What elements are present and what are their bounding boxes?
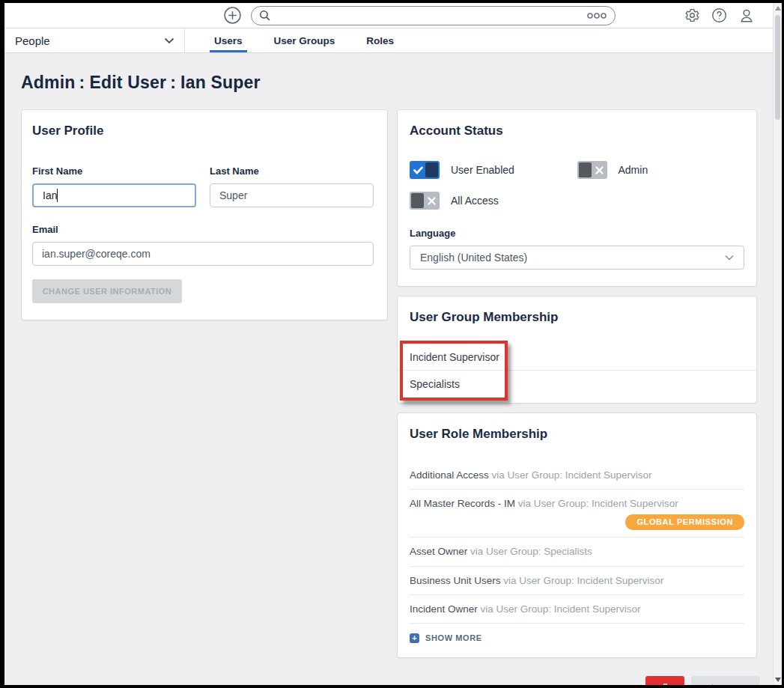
last-name-field: Last Name (210, 165, 374, 207)
global-permission-badge: GLOBAL PERMISSION (625, 514, 744, 530)
role-via: via User Group: Incident Supervisor (503, 575, 663, 586)
plus-square-icon: + (410, 633, 419, 643)
language-field: Language English (United States) (410, 228, 744, 270)
email-field: Email (32, 224, 374, 266)
admin-label: Admin (619, 164, 648, 176)
show-more-label: SHOW MORE (425, 633, 482, 642)
content-columns: User Profile First Name Last Name (21, 109, 760, 658)
page-content: Admin:Edit User:Ian Super User Profile F… (4, 53, 782, 685)
done-button-label: DONE (720, 684, 748, 685)
toggle-grid: User Enabled Admin (410, 161, 744, 210)
title-separator: : (170, 73, 176, 92)
user-group-membership-heading: User Group Membership (410, 310, 756, 325)
user-profile-card: User Profile First Name Last Name (21, 109, 388, 320)
vertical-scrollbar[interactable] (773, 3, 782, 685)
role-name: Business Unit Users (410, 575, 501, 586)
table-row: Asset Owner via User Group: Specialists (410, 538, 744, 566)
help-icon[interactable] (711, 7, 727, 23)
all-access-toggle[interactable] (410, 192, 440, 210)
role-via: via User Group: Incident Supervisor (518, 498, 678, 509)
chevron-down-icon (164, 37, 174, 44)
email-label: Email (32, 224, 374, 235)
tab-bar: Users User Groups Roles (185, 28, 410, 52)
role-via: via User Group: Specialists (470, 546, 592, 557)
search-bar[interactable] (251, 6, 616, 25)
user-role-list: Additional Access via User Group: Incide… (410, 461, 744, 645)
change-user-information-button[interactable]: CHANGE USER INFORMATION (32, 279, 182, 303)
trash-icon (660, 683, 671, 685)
page-title-user: Ian Super (180, 73, 261, 92)
text-cursor (57, 189, 58, 202)
scrollbar-thumb[interactable] (775, 15, 780, 120)
search-input[interactable] (271, 9, 586, 22)
first-name-field: First Name (32, 165, 196, 207)
table-row: Incident Owner via User Group: Incident … (410, 595, 744, 624)
toggle-knob (425, 162, 438, 177)
table-row: Business Unit Users via User Group: Inci… (410, 567, 744, 595)
admin-row: Admin (577, 161, 745, 179)
account-status-card: Account Status User En (397, 109, 757, 287)
check-icon (413, 161, 423, 179)
list-item[interactable]: Incident Supervisor (398, 344, 756, 371)
admin-toggle[interactable] (577, 161, 607, 179)
delete-user-button[interactable] (645, 676, 684, 685)
scroll-up-arrow-icon[interactable] (775, 6, 781, 10)
user-enabled-toggle[interactable] (410, 161, 440, 179)
x-icon (595, 161, 604, 179)
language-select[interactable]: English (United States) (410, 246, 744, 270)
search-icon (258, 9, 271, 22)
user-group-membership-card: User Group Membership Incident Superviso… (397, 296, 757, 404)
settings-gear-icon[interactable] (684, 7, 700, 23)
chevron-down-icon (725, 255, 734, 261)
role-name: All Master Records - IM (410, 498, 515, 509)
language-selected-value: English (United States) (420, 252, 527, 264)
first-name-input-wrap (32, 183, 196, 207)
user-profile-heading: User Profile (32, 124, 374, 138)
tab-users[interactable]: Users (198, 28, 258, 52)
role-via: via User Group: Incident Supervisor (492, 469, 652, 481)
last-name-input[interactable] (210, 183, 374, 207)
user-enabled-label: User Enabled (451, 164, 514, 176)
user-group-list: Incident Supervisor Specialists (398, 344, 756, 397)
user-role-membership-heading: User Role Membership (410, 427, 744, 442)
language-label: Language (410, 228, 744, 239)
last-name-label: Last Name (210, 165, 374, 177)
footer-actions: DONE (21, 676, 760, 685)
badge-row: GLOBAL PERMISSION (410, 514, 744, 530)
user-role-membership-card: User Role Membership Additional Access v… (397, 413, 757, 658)
module-nav: People Users User Groups Roles (4, 28, 782, 53)
tab-user-groups[interactable]: User Groups (258, 28, 351, 52)
toggle-knob (579, 162, 592, 177)
table-row: Additional Access via User Group: Incide… (410, 461, 744, 490)
app-window: People Users User Groups Roles Admin:Edi… (0, 0, 784, 688)
role-name: Asset Owner (410, 546, 467, 557)
done-button[interactable]: DONE (691, 676, 760, 685)
module-selector-label: People (15, 34, 50, 47)
show-more-button[interactable]: + SHOW MORE (410, 624, 744, 645)
all-access-row: All Access (410, 192, 577, 210)
role-name: Additional Access (410, 469, 489, 481)
more-options-icon[interactable] (586, 12, 607, 19)
role-via: via User Group: Incident Supervisor (481, 603, 641, 615)
account-status-heading: Account Status (410, 124, 744, 138)
x-icon (428, 192, 436, 210)
add-icon[interactable] (223, 6, 242, 25)
module-selector[interactable]: People (4, 28, 185, 52)
user-account-icon[interactable] (738, 7, 755, 24)
right-column: Account Status User En (397, 109, 757, 658)
topbar (4, 3, 782, 28)
tab-roles[interactable]: Roles (350, 28, 410, 52)
scroll-down-arrow-icon[interactable] (775, 678, 781, 682)
topbar-actions (684, 7, 755, 24)
name-fields-row: First Name Last Name (32, 165, 374, 207)
email-input[interactable] (32, 242, 374, 266)
page-title: Admin:Edit User:Ian Super (21, 73, 760, 93)
user-enabled-row: User Enabled (410, 161, 577, 179)
role-name: Incident Owner (410, 603, 478, 615)
page-title-action: Edit User (89, 73, 166, 92)
list-item[interactable]: Specialists (398, 371, 756, 397)
check-icon (704, 684, 714, 685)
title-separator: : (79, 73, 85, 92)
page-title-section: Admin (21, 73, 76, 92)
toggle-knob (411, 193, 424, 208)
